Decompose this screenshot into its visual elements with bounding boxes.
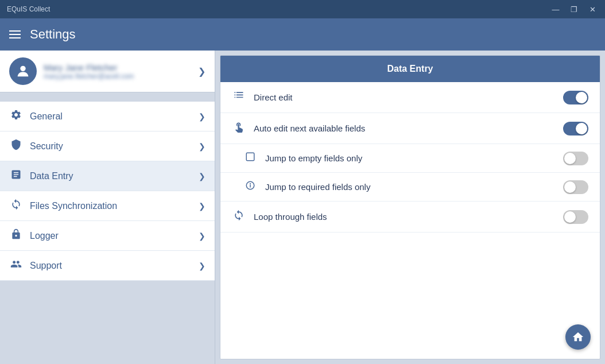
logger-chevron: ❯ xyxy=(199,231,205,241)
home-button[interactable] xyxy=(565,324,591,350)
data-entry-label: Data Entry xyxy=(30,171,192,181)
jump-empty-label: Jump to empty fields only xyxy=(265,153,555,163)
minimize-button[interactable]: — xyxy=(548,3,564,16)
close-button[interactable]: ✕ xyxy=(584,3,600,16)
data-entry-icon xyxy=(9,169,23,183)
jump-required-toggle[interactable] xyxy=(563,180,588,194)
app-title: EQuIS Collect xyxy=(7,5,50,13)
loop-fields-toggle[interactable] xyxy=(563,210,588,224)
sidebar-item-security[interactable]: Security ❯ xyxy=(0,131,215,161)
app-window: Settings Mary Jane Fletcher mary.jane.fl… xyxy=(0,18,605,364)
user-email: mary.jane.fletcher@acell.com xyxy=(44,72,191,80)
files-sync-label: Files Synchronization xyxy=(30,201,192,211)
auto-edit-icon xyxy=(232,121,246,135)
direct-edit-icon xyxy=(232,90,246,104)
jump-required-label: Jump to required fields only xyxy=(265,182,555,192)
loop-icon xyxy=(232,210,246,224)
hamburger-menu-icon[interactable] xyxy=(9,30,21,38)
svg-rect-1 xyxy=(246,153,254,161)
sidebar-item-logger[interactable]: Logger ❯ xyxy=(0,221,215,251)
content-area: Data Entry Direct edit xyxy=(215,51,605,364)
direct-edit-row: Direct edit xyxy=(220,82,600,113)
logger-icon xyxy=(9,229,23,243)
user-name: Mary Jane Fletcher xyxy=(44,63,191,72)
app-header: Settings xyxy=(0,18,605,51)
data-entry-chevron: ❯ xyxy=(199,172,205,181)
general-icon xyxy=(9,109,23,123)
support-label: Support xyxy=(30,261,192,271)
content-panel: Data Entry Direct edit xyxy=(220,55,600,359)
jump-required-icon xyxy=(243,180,257,193)
support-icon xyxy=(9,258,23,273)
user-info: Mary Jane Fletcher mary.jane.fletcher@ac… xyxy=(44,63,191,80)
files-sync-chevron: ❯ xyxy=(199,202,205,211)
restore-button[interactable]: ❐ xyxy=(566,3,582,16)
sidebar-divider-top xyxy=(0,92,215,102)
auto-edit-toggle[interactable] xyxy=(563,122,588,135)
sidebar-item-data-entry[interactable]: Data Entry ❯ xyxy=(0,161,215,191)
jump-empty-toggle[interactable] xyxy=(563,152,588,165)
security-label: Security xyxy=(30,141,192,152)
auto-edit-row: Auto edit next available fields xyxy=(220,113,600,144)
jump-empty-icon xyxy=(243,152,257,165)
sidebar-item-files-sync[interactable]: Files Synchronization ❯ xyxy=(0,191,215,221)
general-label: General xyxy=(30,111,192,122)
direct-edit-toggle[interactable] xyxy=(563,91,588,104)
settings-title: Settings xyxy=(30,27,76,42)
content-panel-title: Data Entry xyxy=(220,56,600,82)
jump-empty-row: Jump to empty fields only xyxy=(220,144,600,173)
jump-required-row: Jump to required fields only xyxy=(220,173,600,202)
titlebar: EQuIS Collect — ❐ ✕ xyxy=(0,0,605,18)
user-profile-chevron: ❯ xyxy=(198,66,205,77)
user-profile[interactable]: Mary Jane Fletcher mary.jane.fletcher@ac… xyxy=(0,51,215,92)
logger-label: Logger xyxy=(30,231,192,241)
sidebar: Mary Jane Fletcher mary.jane.fletcher@ac… xyxy=(0,51,215,364)
general-chevron: ❯ xyxy=(199,112,205,121)
window-controls: — ❐ ✕ xyxy=(548,3,600,16)
auto-edit-label: Auto edit next available fields xyxy=(254,123,555,133)
avatar xyxy=(9,57,37,85)
direct-edit-label: Direct edit xyxy=(254,92,555,102)
sidebar-item-general[interactable]: General ❯ xyxy=(0,102,215,131)
sidebar-item-support[interactable]: Support ❯ xyxy=(0,251,215,281)
loop-fields-row: Loop through fields xyxy=(220,202,600,233)
security-icon xyxy=(9,139,23,153)
files-sync-icon xyxy=(9,199,23,213)
support-chevron: ❯ xyxy=(199,261,205,270)
loop-fields-label: Loop through fields xyxy=(254,212,555,222)
security-chevron: ❯ xyxy=(199,142,205,151)
svg-point-0 xyxy=(20,66,25,71)
main-layout: Mary Jane Fletcher mary.jane.fletcher@ac… xyxy=(0,51,605,364)
